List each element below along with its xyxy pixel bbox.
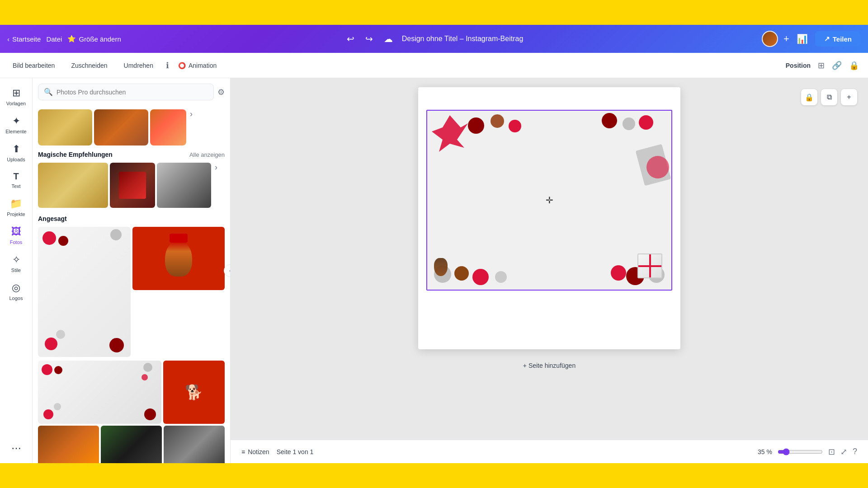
canvas-duplicate-button[interactable]: ⧉: [821, 89, 837, 105]
trending-family1[interactable]: [101, 426, 162, 463]
sidebar-item-text[interactable]: T Text: [2, 168, 31, 192]
avatar: [762, 31, 778, 47]
undo-button[interactable]: ↩: [345, 32, 356, 46]
trending-section-title: Angesagt: [38, 215, 67, 222]
trending-photo-2[interactable]: [132, 227, 225, 290]
photo-thumb-2[interactable]: [94, 109, 148, 145]
file-menu-button[interactable]: Datei: [46, 35, 62, 43]
share-button[interactable]: ↗ Teilen: [815, 31, 861, 47]
grid-button[interactable]: ⊞: [818, 61, 825, 70]
trending-santa-dog[interactable]: 🐕: [163, 361, 225, 424]
resize-star-icon: ⭐: [67, 35, 76, 43]
scroll-right-icon[interactable]: ›: [190, 109, 193, 145]
header: ‹ Startseite Datei ⭐ Größe ändern ↩ ↪ ☁ …: [0, 25, 868, 53]
apps-icon: ⋯: [11, 442, 21, 454]
vorlagen-icon: ⊞: [12, 87, 20, 99]
notes-label: Notizen: [248, 448, 269, 455]
logos-icon: ◎: [12, 282, 20, 294]
sidebar-item-elemente[interactable]: ✦ Elemente: [2, 112, 31, 138]
trending-row-a: 🐕: [38, 361, 225, 424]
photo-thumb-3[interactable]: [150, 109, 186, 145]
canvas-bottom-bar: ≡ Notizen Seite 1 von 1 35 % ⊡ ⤢ ?: [231, 440, 868, 463]
sidebar-item-stile[interactable]: ✧ Stile: [2, 250, 31, 277]
avatar-image: [763, 32, 777, 46]
animation-label: Animation: [189, 62, 217, 69]
magic-photo-1[interactable]: [38, 163, 108, 208]
info-button[interactable]: ℹ: [166, 61, 169, 70]
search-bar: 🔍 ⚙: [33, 78, 230, 106]
help-button[interactable]: ?: [853, 447, 857, 456]
sidebar-item-apps[interactable]: ⋯: [2, 439, 31, 458]
sidebar-label-vorlagen: Vorlagen: [6, 101, 26, 106]
flip-button[interactable]: Umdrehen: [120, 59, 157, 72]
trending-photo-1[interactable]: [38, 227, 131, 357]
sidebar-label-fotos: Fotos: [10, 239, 23, 245]
search-icon: 🔍: [44, 88, 53, 96]
add-page-button[interactable]: + Seite hinzufügen: [418, 355, 680, 376]
add-collaborator-button[interactable]: +: [783, 33, 789, 45]
sidebar: ⊞ Vorlagen ✦ Elemente ⬆ Uploads T Text 📁…: [0, 78, 33, 463]
fullscreen-button[interactable]: ⤢: [840, 447, 847, 457]
sidebar-item-projekte[interactable]: 📁 Projekte: [2, 194, 31, 221]
document-title: Design ohne Titel – Instagram-Beitrag: [402, 35, 524, 43]
trending-citrus[interactable]: [38, 426, 99, 463]
photo-panel: 🔍 ⚙ › Magische Empfehlungen Alle anzeig: [33, 78, 231, 463]
canvas-area: 🔒 ⧉ +: [231, 78, 868, 463]
lock-button[interactable]: 🔒: [849, 61, 859, 70]
canvas-add-button[interactable]: +: [841, 89, 857, 105]
back-home-button[interactable]: ‹ Startseite: [7, 35, 41, 43]
animation-button[interactable]: ⭕ Animation: [178, 62, 217, 69]
canvas-page: ✛: [418, 87, 680, 349]
sidebar-label-logos: Logos: [9, 296, 23, 301]
search-input[interactable]: [57, 89, 208, 96]
resize-button[interactable]: ⭐ Größe ändern: [67, 35, 121, 43]
top-photo-scroll: ›: [38, 109, 225, 145]
fotos-icon: 🖼: [11, 226, 21, 238]
trending-grid-row1: [38, 227, 225, 357]
photo-thumb-1[interactable]: [38, 109, 92, 145]
sidebar-label-text: Text: [11, 183, 20, 189]
text-icon: T: [13, 171, 19, 182]
canvas-floating-icons: 🔒 ⧉ +: [801, 89, 857, 105]
sidebar-item-vorlagen[interactable]: ⊞ Vorlagen: [2, 84, 31, 110]
main-content: ⊞ Vorlagen ✦ Elemente ⬆ Uploads T Text 📁…: [0, 78, 868, 463]
magic-section-header: Magische Empfehlungen Alle anzeigen: [38, 151, 225, 158]
sidebar-item-fotos[interactable]: 🖼 Fotos: [2, 222, 31, 249]
back-icon: ‹: [7, 35, 9, 43]
crop-button[interactable]: Zuschneiden: [67, 59, 111, 72]
fit-page-button[interactable]: ⊡: [828, 447, 835, 457]
show-all-magic-link[interactable]: Alle anzeigen: [189, 151, 225, 158]
analytics-button[interactable]: 📊: [795, 32, 810, 46]
trending-red-ornaments[interactable]: [38, 361, 161, 424]
cloud-save-button[interactable]: ☁: [382, 32, 395, 46]
zoom-percent: 35 %: [758, 448, 772, 455]
filter-button[interactable]: ⚙: [217, 87, 225, 97]
page-indicator: Seite 1 von 1: [277, 448, 314, 455]
zoom-controls: 35 % ⊡ ⤢ ?: [758, 447, 857, 457]
zoom-slider[interactable]: [778, 448, 823, 455]
trending-family2[interactable]: [164, 426, 225, 463]
canvas-lock-button[interactable]: 🔒: [801, 89, 817, 105]
position-button[interactable]: Position: [786, 62, 811, 69]
edit-image-button[interactable]: Bild bearbeiten: [9, 59, 58, 72]
toolbar-right: Position ⊞ 🔗 🔒: [786, 61, 859, 70]
animation-icon: ⭕: [178, 62, 186, 69]
magic-scroll-right-icon[interactable]: ›: [215, 163, 217, 208]
search-input-wrap[interactable]: 🔍: [38, 84, 214, 100]
magic-photo-3[interactable]: [157, 163, 211, 208]
magic-photos-row: ›: [38, 163, 225, 208]
trending-row-b: [38, 426, 225, 463]
share-icon: ↗: [824, 35, 830, 43]
notes-button[interactable]: ≡ Notizen: [241, 448, 269, 455]
sidebar-label-projekte: Projekte: [7, 211, 25, 217]
magic-photo-2[interactable]: [110, 163, 155, 208]
selected-image[interactable]: ✛: [426, 110, 672, 291]
sidebar-item-logos[interactable]: ◎ Logos: [2, 278, 31, 305]
uploads-icon: ⬆: [12, 143, 20, 155]
resize-label: Größe ändern: [79, 35, 121, 43]
notes-icon: ≡: [241, 448, 245, 455]
elemente-icon: ✦: [12, 115, 20, 127]
link-button[interactable]: 🔗: [832, 61, 842, 70]
redo-button[interactable]: ↪: [363, 32, 375, 46]
sidebar-item-uploads[interactable]: ⬆ Uploads: [2, 140, 31, 166]
